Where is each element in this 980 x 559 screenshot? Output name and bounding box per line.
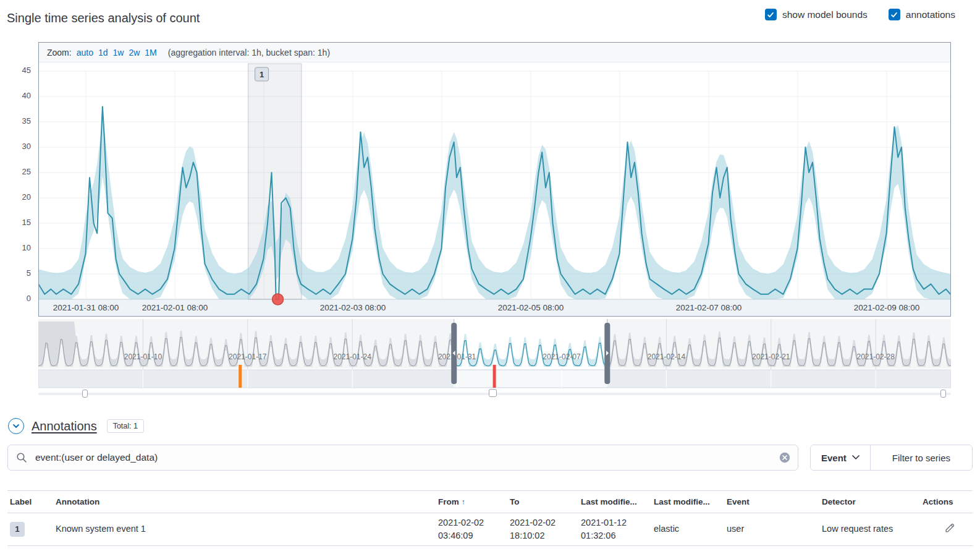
show-model-bounds-checkbox[interactable] — [765, 9, 777, 20]
annotations-controls: Event Filter to series — [7, 445, 973, 471]
y-axis-tick-label: 30 — [0, 141, 31, 152]
zoom-option-2w[interactable]: 2w — [129, 48, 140, 58]
timeline-scrollbar — [38, 389, 951, 398]
anomaly-marker[interactable] — [272, 294, 284, 305]
col-header-event[interactable]: Event — [724, 491, 819, 513]
zoom-option-1d[interactable]: 1d — [98, 48, 108, 58]
filter-to-series-button[interactable]: Filter to series — [871, 445, 972, 470]
show-model-bounds-option[interactable]: show model bounds — [765, 9, 868, 20]
pencil-icon — [945, 523, 955, 533]
annotations-checkbox[interactable] — [889, 9, 900, 20]
y-axis-tick-label: 40 — [0, 90, 31, 101]
clear-icon — [779, 452, 790, 463]
cell-annotation: Known system event 1 — [53, 513, 436, 546]
model-bounds-area — [39, 116, 950, 299]
check-icon — [890, 11, 898, 19]
col-header-actions: Actions — [920, 491, 973, 513]
cell-to: 2021-02-02 18:10:02 — [507, 513, 578, 546]
svg-text:2021-02-03 08:00: 2021-02-03 08:00 — [320, 303, 386, 312]
annotations-label: annotations — [906, 9, 955, 20]
main-time-series-chart[interactable]: Zoom: auto 1d 1w 2w 1M (aggregation inte… — [38, 42, 951, 317]
zoom-option-1M[interactable]: 1M — [145, 48, 156, 58]
col-header-from-label: From — [438, 497, 459, 506]
annotations-header: Annotations Total: 1 — [8, 418, 144, 434]
annotations-filter-group: Event Filter to series — [810, 445, 973, 471]
y-axis-tick-label: 25 — [0, 166, 31, 177]
check-icon — [766, 11, 775, 19]
context-chart-svg[interactable]: 2021-01-102021-01-172021-01-242021-01-31… — [38, 319, 951, 389]
table-header-row: Label Annotation From↑ To Last modifie..… — [7, 491, 973, 513]
annotations-collapse-button[interactable] — [8, 418, 24, 434]
zoom-label: Zoom: — [47, 48, 72, 58]
timeline-scrollbar-left-handle[interactable] — [82, 390, 88, 398]
annotations-search — [7, 445, 798, 471]
svg-text:2021-01-31: 2021-01-31 — [438, 352, 476, 361]
chevron-down-icon — [852, 455, 860, 460]
annotations-search-input[interactable] — [7, 445, 798, 471]
y-axis-tick-label: 5 — [0, 268, 31, 279]
svg-text:2021-01-10: 2021-01-10 — [124, 352, 163, 361]
col-header-detector[interactable]: Detector — [819, 491, 920, 513]
svg-text:2021-02-21: 2021-02-21 — [752, 352, 790, 361]
cell-event: user — [724, 513, 819, 546]
annotations-total-badge: Total: 1 — [107, 419, 144, 433]
main-chart-svg[interactable]: 12021-01-31 08:002021-02-01 08:002021-02… — [39, 43, 950, 316]
svg-text:2021-02-07 08:00: 2021-02-07 08:00 — [676, 303, 742, 312]
timeline-scrollbar-drag-handle[interactable] — [489, 389, 497, 397]
cell-from: 2021-02-02 03:46:09 — [436, 513, 507, 546]
y-axis-tick-label: 20 — [0, 192, 31, 203]
aggregation-note: (aggregation interval: 1h, bucket span: … — [168, 48, 330, 58]
annotation-label-badge: 1 — [10, 522, 25, 537]
annotations-table: Label Annotation From↑ To Last modifie..… — [7, 490, 973, 546]
sort-ascending-icon: ↑ — [462, 498, 465, 506]
col-header-from[interactable]: From↑ — [436, 491, 507, 513]
y-axis-tick-label: 45 — [0, 65, 31, 76]
col-header-last-modified-at[interactable]: Last modifie... — [578, 491, 651, 513]
y-axis-tick-label: 15 — [0, 217, 31, 228]
timeline-scrollbar-right-handle[interactable] — [940, 390, 946, 398]
annotations-section-title[interactable]: Annotations — [32, 419, 97, 433]
search-icon — [16, 452, 27, 463]
table-row: 1 Known system event 1 2021-02-02 03:46:… — [7, 513, 973, 546]
chart-options: show model bounds annotations — [765, 9, 955, 20]
y-axis-tick-label: 0 — [0, 293, 31, 304]
clear-search-button[interactable] — [779, 452, 790, 463]
zoom-option-auto[interactable]: auto — [77, 48, 93, 58]
cell-detector: Low request rates — [819, 513, 920, 546]
col-header-last-modified-by[interactable]: Last modifie... — [651, 491, 724, 513]
col-header-annotation[interactable]: Annotation — [53, 491, 436, 513]
chevron-down-icon — [12, 422, 20, 430]
svg-text:2021-02-28: 2021-02-28 — [857, 352, 895, 361]
svg-text:2021-02-14: 2021-02-14 — [648, 352, 686, 361]
col-header-to[interactable]: To — [507, 491, 578, 513]
zoom-option-1w[interactable]: 1w — [113, 48, 124, 58]
svg-text:2021-01-17: 2021-01-17 — [229, 352, 267, 361]
y-axis-tick-label: 35 — [0, 116, 31, 127]
svg-text:2021-01-24: 2021-01-24 — [334, 352, 372, 361]
svg-text:2021-02-05 08:00: 2021-02-05 08:00 — [498, 303, 564, 312]
event-filter-button[interactable]: Event — [811, 445, 871, 470]
cell-last-modified-by: elastic — [651, 513, 724, 546]
y-axis-tick-label: 10 — [0, 242, 31, 254]
single-metric-viewer: Single time series analysis of count sho… — [0, 0, 980, 559]
event-filter-label: Event — [821, 453, 847, 463]
zoom-bar: Zoom: auto 1d 1w 2w 1M (aggregation inte… — [39, 43, 950, 62]
col-header-label[interactable]: Label — [7, 491, 53, 513]
cell-last-modified-at: 2021-01-12 01:32:06 — [578, 513, 651, 546]
svg-text:1: 1 — [260, 70, 264, 79]
annotations-option[interactable]: annotations — [889, 9, 955, 20]
page-title: Single time series analysis of count — [7, 11, 200, 25]
svg-text:2021-02-01 08:00: 2021-02-01 08:00 — [142, 303, 208, 312]
cell-label: 1 — [7, 513, 53, 546]
show-model-bounds-label: show model bounds — [782, 9, 868, 20]
svg-text:2021-02-09 08:00: 2021-02-09 08:00 — [854, 303, 920, 312]
svg-text:2021-01-31 08:00: 2021-01-31 08:00 — [53, 303, 119, 312]
swimlane-critical-marker[interactable] — [493, 365, 496, 388]
swimlane-warning-marker[interactable] — [239, 365, 242, 388]
cell-actions — [920, 513, 973, 546]
svg-text:2021-02-07: 2021-02-07 — [543, 352, 581, 361]
edit-annotation-button[interactable] — [944, 521, 957, 536]
